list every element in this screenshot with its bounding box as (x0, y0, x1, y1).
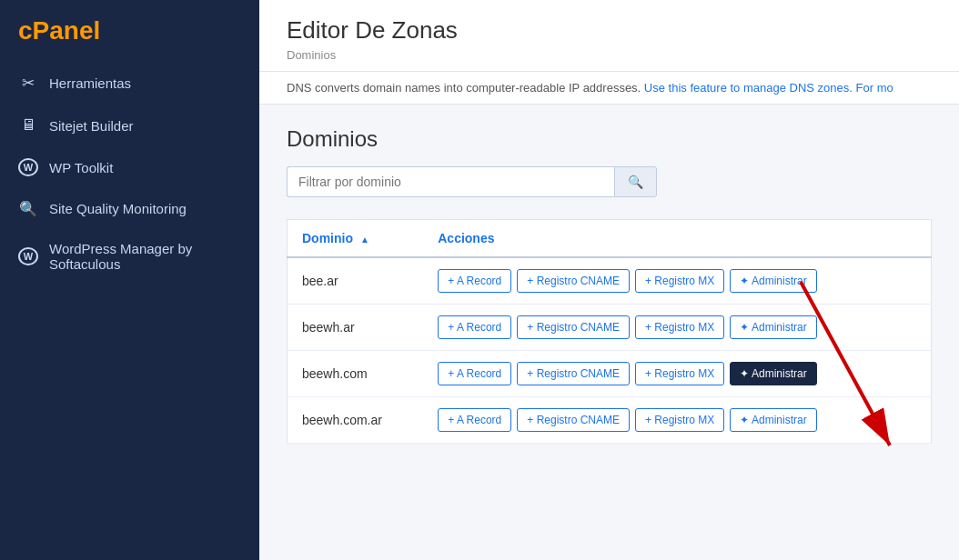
domain-cell: beewh.ar (288, 305, 424, 351)
table-row: beewh.com+ A Record+ Registro CNAME+ Reg… (288, 351, 932, 397)
btn-registro-mx[interactable]: + Registro MX (635, 315, 724, 339)
sort-arrow-icon: ▲ (360, 235, 369, 245)
actions-cell: + A Record+ Registro CNAME+ Registro MX✦… (423, 351, 931, 397)
page-header: Editor De Zonas Dominios (259, 0, 959, 72)
sidebar-item-herramientas[interactable]: ✂ Herramientas (0, 62, 259, 105)
sidebar-item-wpmanager[interactable]: W WordPress Manager by Softaculous (0, 229, 259, 284)
page-title: Editor De Zonas (287, 16, 932, 45)
info-bar: DNS converts domain names into computer-… (259, 72, 959, 105)
search-button[interactable]: 🔍 (614, 166, 657, 197)
domain-cell: beewh.com (288, 351, 424, 397)
sidebar-item-sitequality[interactable]: 🔍 Site Quality Monitoring (0, 188, 259, 229)
actions-cell: + A Record+ Registro CNAME+ Registro MX✦… (423, 257, 931, 305)
domain-cell: beewh.com.ar (288, 397, 424, 444)
btn-a-record[interactable]: + A Record (438, 362, 511, 385)
search-row: 🔍 (287, 166, 932, 197)
col-dominio[interactable]: Dominio ▲ (288, 220, 424, 258)
btn-administrar[interactable]: ✦ Administrar (730, 362, 816, 385)
btn-registro-cname[interactable]: + Registro CNAME (517, 269, 630, 293)
table-row: beewh.ar+ A Record+ Registro CNAME+ Regi… (288, 305, 932, 351)
table-row: bee.ar+ A Record+ Registro CNAME+ Regist… (288, 257, 932, 305)
cpanel-logo-text: cPanel (18, 16, 241, 45)
actions-cell: + A Record+ Registro CNAME+ Registro MX✦… (423, 397, 931, 444)
domain-cell: bee.ar (288, 257, 424, 305)
breadcrumb: Dominios (287, 48, 932, 71)
btn-registro-cname[interactable]: + Registro CNAME (517, 362, 630, 385)
search-input[interactable] (287, 166, 614, 197)
col-acciones: Acciones (423, 220, 931, 258)
btn-a-record[interactable]: + A Record (438, 269, 511, 293)
sidebar-item-sitejet-label: Sitejet Builder (49, 118, 241, 134)
btn-administrar[interactable]: ✦ Administrar (730, 269, 816, 293)
main-content: Editor De Zonas Dominios DNS converts do… (259, 0, 959, 560)
sidebar-item-wptoolkit[interactable]: W WP Toolkit (0, 146, 259, 188)
table-row: beewh.com.ar+ A Record+ Registro CNAME+ … (288, 397, 932, 444)
btn-a-record[interactable]: + A Record (438, 408, 511, 432)
actions-cell: + A Record+ Registro CNAME+ Registro MX✦… (423, 305, 931, 351)
btn-registro-cname[interactable]: + Registro CNAME (517, 408, 630, 432)
content-area: Dominios 🔍 Dominio ▲ Acciones bee.ar+ A … (259, 105, 959, 465)
btn-registro-mx[interactable]: + Registro MX (635, 269, 724, 293)
domains-table: Dominio ▲ Acciones bee.ar+ A Record+ Reg… (287, 219, 932, 444)
logo-panel: Panel (33, 16, 101, 45)
btn-registro-cname[interactable]: + Registro CNAME (517, 315, 630, 339)
btn-registro-mx[interactable]: + Registro MX (635, 408, 724, 432)
section-title: Dominios (287, 126, 932, 152)
scissors-icon: ✂ (18, 74, 38, 93)
info-link[interactable]: Use this feature to manage DNS zones. Fo… (644, 81, 893, 95)
btn-registro-mx[interactable]: + Registro MX (635, 362, 724, 385)
table-header-row: Dominio ▲ Acciones (288, 220, 932, 258)
sidebar-logo: cPanel (0, 0, 259, 62)
info-text: DNS converts domain names into computer-… (287, 81, 893, 95)
logo-c: c (18, 16, 33, 45)
sidebar-item-sitejet[interactable]: 🖥 Sitejet Builder (0, 105, 259, 146)
btn-a-record[interactable]: + A Record (438, 315, 511, 339)
wp2-icon: W (18, 247, 38, 265)
sidebar-item-sitequality-label: Site Quality Monitoring (49, 201, 241, 216)
sidebar-item-wptoolkit-label: WP Toolkit (49, 160, 241, 175)
btn-administrar[interactable]: ✦ Administrar (730, 408, 816, 432)
wp-icon: W (18, 158, 38, 176)
btn-administrar[interactable]: ✦ Administrar (730, 315, 816, 339)
sidebar-item-herramientas-label: Herramientas (49, 75, 241, 91)
sidebar: cPanel ✂ Herramientas 🖥 Sitejet Builder … (0, 0, 259, 560)
table-body: bee.ar+ A Record+ Registro CNAME+ Regist… (288, 257, 932, 444)
magnifier-icon: 🔍 (18, 200, 38, 217)
sidebar-item-wpmanager-label: WordPress Manager by Softaculous (49, 241, 241, 272)
monitor-icon: 🖥 (18, 116, 38, 135)
